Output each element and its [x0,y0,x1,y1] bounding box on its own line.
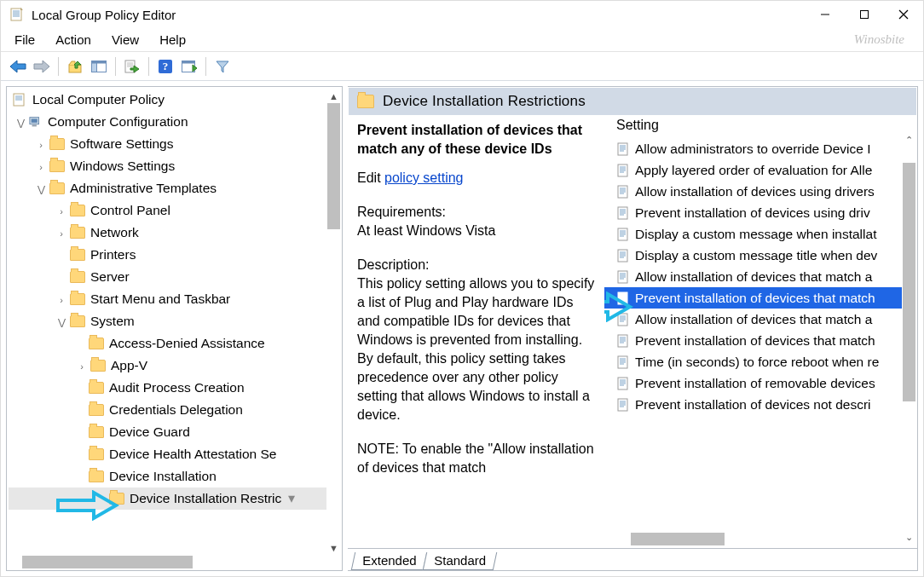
details-header: Device Installation Restrictions [349,88,916,115]
expander-icon[interactable]: ⋁ [56,311,66,333]
tree-app-v[interactable]: ›App-V [9,355,340,377]
nav-tree[interactable]: Local Computer Policy ⋁ Computer Configu… [7,87,342,511]
description-label: Description: [357,256,599,274]
setting-row[interactable]: Allow installation of devices using driv… [604,181,916,202]
expander-icon[interactable]: › [36,134,46,156]
view-tabs: Extended Standard [348,548,917,570]
setting-row[interactable]: Apply layered order of evaluation for Al… [604,159,916,181]
tree-control-panel[interactable]: ›Control Panel [9,199,340,222]
setting-label: Prevent installation of devices that mat… [635,333,875,349]
setting-label: Allow administrators to override Device … [635,141,871,157]
expander-icon[interactable]: ⋁ [36,178,46,200]
tree-network[interactable]: ›Network [9,222,340,244]
tree-server[interactable]: Server [9,266,340,288]
list-hthumb[interactable] [631,533,725,545]
policy-item-icon [616,206,630,220]
tree-computer-config[interactable]: ⋁ Computer Configuration [9,111,340,133]
tree-device-guard[interactable]: Device Guard [9,421,340,443]
setting-row[interactable]: Display a custom message title when dev [604,245,916,266]
tree-audit-process[interactable]: Audit Process Creation [9,377,340,399]
expander-icon[interactable]: ⋁ [15,112,26,134]
tree-credentials[interactable]: Credentials Delegation [9,399,340,421]
list-vthumb[interactable] [903,163,915,401]
setting-row[interactable]: Prevent installation of devices using dr… [604,202,916,223]
tree-software-settings[interactable]: ›Software Settings [9,133,340,155]
tree-hthumb[interactable] [22,556,193,568]
tree-vscrollbar[interactable]: ▲ ▼ [326,89,341,555]
expander-icon[interactable]: › [36,156,46,178]
setting-row[interactable]: Allow installation of devices that match… [604,266,916,287]
scroll-up-icon[interactable]: ⌃ [902,133,916,147]
edit-policy-link[interactable]: policy setting [384,170,464,185]
titlebar[interactable]: Local Group Policy Editor [1,1,923,28]
policy-item-icon [616,164,630,177]
description-note: NOTE: To enable the "Allow installation … [357,440,599,477]
list-vscrollbar[interactable]: ⌃ ⌄ [902,133,916,545]
list-hscrollbar[interactable] [616,532,901,546]
setting-label: Prevent installation of removable device… [635,376,875,391]
tree-access-denied[interactable]: Access-Denied Assistance [9,332,340,355]
show-hide-tree-button[interactable] [87,55,111,78]
tree-hscrollbar[interactable] [8,555,326,569]
setting-row[interactable]: Prevent installation of devices that mat… [604,330,916,351]
gpedit-window: Local Group Policy Editor File Action Vi… [0,0,924,577]
expander-icon[interactable]: › [56,222,66,245]
setting-row[interactable]: Time (in seconds) to force reboot when r… [604,351,916,372]
folder-icon [89,470,104,482]
tree-device-install[interactable]: Device Installation [9,465,340,488]
filter-button[interactable] [211,55,234,78]
column-setting[interactable]: Setting [604,116,916,138]
svg-text:?: ? [163,60,169,72]
svg-rect-12 [92,61,107,63]
settings-list[interactable]: Setting Allow administrators to override… [604,116,916,548]
back-button[interactable] [6,55,30,78]
tree-printers[interactable]: Printers [9,244,340,266]
policy-icon [12,92,27,107]
policy-item-icon [616,185,630,199]
tree-pane: Local Computer Policy ⋁ Computer Configu… [6,86,343,571]
tab-extended[interactable]: Extended [351,552,428,570]
tree-startmenu[interactable]: ›Start Menu and Taskbar [9,288,340,310]
export-list-button[interactable] [120,55,144,78]
tree-root[interactable]: Local Computer Policy [9,89,340,111]
setting-row[interactable]: Prevent installation of devices that mat… [604,287,916,309]
menu-action[interactable]: Action [45,30,101,49]
folder-icon [89,404,104,416]
scroll-down-icon[interactable]: ⌄ [902,530,916,545]
policy-item-icon [616,270,630,284]
edit-policy-row: Edit policy setting [357,169,599,188]
maximize-button[interactable] [845,1,884,28]
tree-vthumb[interactable] [327,103,340,229]
policy-item-icon [616,398,630,412]
policy-item-icon [616,142,630,156]
policy-item-icon [616,334,630,348]
tree-system[interactable]: ⋁System [9,310,340,332]
setting-row[interactable]: Prevent installation of devices not desc… [604,394,916,415]
setting-row[interactable]: Allow administrators to override Device … [604,138,916,159]
expander-icon[interactable]: › [56,289,66,311]
tree-windows-settings[interactable]: ›Windows Settings [9,155,340,177]
computer-icon [29,115,43,129]
menu-view[interactable]: View [101,30,149,49]
up-level-button[interactable] [63,55,87,78]
menu-file[interactable]: File [4,30,45,49]
properties-button[interactable] [177,55,201,78]
setting-row[interactable]: Allow installation of devices that match… [604,309,916,330]
chevron-down-icon: ▾ [288,488,295,510]
setting-row[interactable]: Display a custom message when installat [604,223,916,245]
setting-row[interactable]: Prevent installation of removable device… [604,372,916,394]
minimize-button[interactable] [806,1,845,28]
folder-icon [89,448,104,460]
setting-label: Allow installation of devices using driv… [635,184,875,199]
tree-device-health[interactable]: Device Health Attestation Se [9,443,340,465]
tab-standard[interactable]: Standard [423,552,497,570]
menu-help[interactable]: Help [149,30,196,49]
close-button[interactable] [884,1,923,28]
expander-icon[interactable]: › [77,355,87,378]
tree-admin-templates[interactable]: ⋁Administrative Templates [9,177,340,199]
help-button[interactable]: ? [153,55,177,78]
expander-icon[interactable]: › [56,200,66,222]
forward-button[interactable] [30,55,54,78]
setting-label: Apply layered order of evaluation for Al… [635,163,872,178]
requirements-label: Requirements: [357,203,599,222]
